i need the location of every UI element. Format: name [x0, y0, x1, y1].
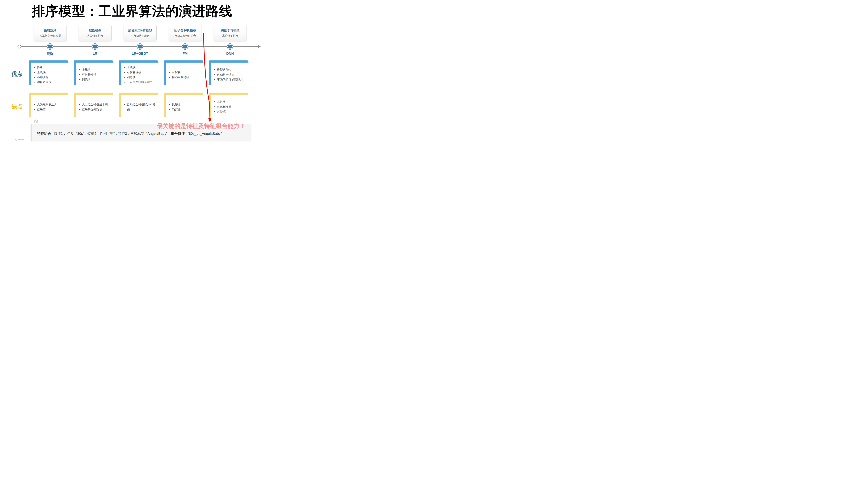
- timeline-node-fm: [182, 44, 188, 49]
- quote-box-left-strip: [31, 124, 32, 141]
- quote-segment-bold: 组合特征: [171, 132, 185, 135]
- quote-segment: 特征1： 年龄=“80s”，特征2：性别=“男”，特征3：三级标签=“Angel…: [54, 132, 171, 135]
- timeline-node-lr: [92, 44, 98, 49]
- quote-lead: 特征组合: [37, 132, 51, 135]
- quote-segment: =“80s_男_AngelaBaby”: [185, 132, 222, 135]
- slide: 排序模型：工业界算法的演进路线 策略规则 人工指定特征权重 线性模型 人工特征组…: [0, 0, 268, 151]
- timeline-node-rules: [47, 44, 53, 49]
- timeline-node-lr-gbdt: [137, 44, 143, 49]
- annotation-text: 最关键的是特征及特征组合能力！: [157, 122, 245, 130]
- timeline-node-dnn: [227, 44, 233, 49]
- quote-text: 特征组合特征1： 年龄=“80s”，特征2：性别=“男”，特征3：三级标签=“A…: [37, 131, 222, 136]
- quote-mark-icon: “: [33, 118, 39, 129]
- timeline-start-circle-icon: [18, 45, 21, 48]
